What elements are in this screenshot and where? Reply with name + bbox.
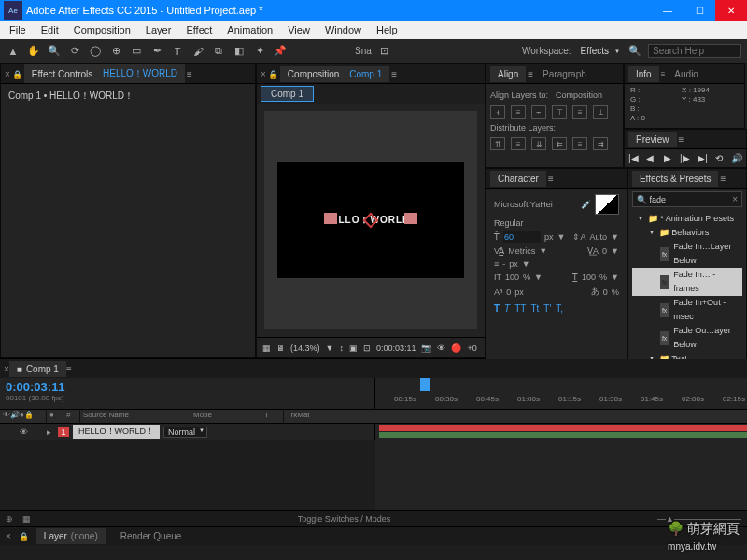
shape-tool-icon[interactable]: ▭	[129, 44, 144, 59]
maximize-button[interactable]: ☐	[684, 0, 715, 21]
roto-tool-icon[interactable]: ✦	[252, 44, 267, 59]
vscale-value[interactable]: 100	[505, 273, 519, 282]
smallcaps-icon[interactable]: Tt	[530, 303, 539, 314]
lock-icon[interactable]	[19, 531, 29, 541]
frame-blend-icon[interactable]: ▦	[22, 514, 31, 524]
menu-edit[interactable]: Edit	[35, 22, 64, 37]
show-snapshot-icon[interactable]: 👁	[437, 343, 445, 353]
panel-menu-icon[interactable]	[720, 174, 726, 184]
panel-menu-icon[interactable]	[66, 364, 72, 374]
lock-icon[interactable]	[268, 69, 278, 79]
zoom-tool-icon[interactable]: 🔍	[47, 44, 62, 59]
tracking-value[interactable]: 0	[602, 246, 607, 256]
stroke-value[interactable]: -	[502, 259, 505, 269]
align-top-icon[interactable]: ⊤	[552, 105, 567, 119]
mute-icon[interactable]: 🔊	[731, 153, 742, 163]
tree-item[interactable]: Fade In+Out - msec	[632, 296, 742, 324]
font-size-input[interactable]	[503, 231, 541, 243]
bold-icon[interactable]: T	[494, 303, 500, 314]
monitor-icon[interactable]: 🖥	[276, 343, 285, 353]
snapshot-icon[interactable]: 📷	[421, 343, 431, 353]
channel-icon[interactable]: ⊡	[363, 343, 371, 353]
composition-viewer[interactable]: ELLO！WORLD	[264, 111, 477, 329]
mask-icon[interactable]: ▣	[349, 343, 358, 353]
layer-bar[interactable]	[379, 425, 747, 431]
effects-search-input[interactable]: 🔍 fade×	[632, 191, 742, 207]
hand-tool-icon[interactable]: ✋	[26, 44, 41, 59]
baseline-value[interactable]: 0	[506, 287, 511, 297]
panel-menu-icon[interactable]	[391, 69, 397, 79]
tree-item[interactable]: Fade Ou…ayer Below	[632, 324, 742, 352]
color-swatch[interactable]	[595, 194, 619, 215]
workspace-selector[interactable]: Effects	[577, 45, 622, 57]
align-target-dropdown[interactable]: Composition	[552, 90, 615, 101]
toggle-switches[interactable]: Toggle Switches / Modes	[298, 514, 391, 524]
tab-render-queue[interactable]: Render Queue	[113, 528, 190, 544]
time-display[interactable]: 0:00:03:11	[376, 343, 416, 353]
prev-frame-icon[interactable]: ◀|	[646, 153, 656, 163]
tsumi-value[interactable]: 0	[603, 287, 608, 297]
align-hcenter-icon[interactable]: ≡	[511, 105, 526, 119]
blend-mode-dropdown[interactable]: Normal	[163, 427, 207, 438]
grid-icon[interactable]: ▦	[262, 343, 271, 353]
pen-tool-icon[interactable]: ✒	[149, 44, 164, 59]
panel-close-icon[interactable]: ×	[261, 69, 266, 79]
dist-left-icon[interactable]: ⇇	[552, 137, 567, 150]
selection-tool-icon[interactable]: ▲	[6, 44, 21, 59]
clone-tool-icon[interactable]: ⧉	[211, 44, 226, 59]
panel-menu-icon[interactable]	[661, 70, 666, 78]
tab-paragraph[interactable]: Paragraph	[535, 66, 594, 82]
last-frame-icon[interactable]: ▶|	[698, 153, 708, 163]
dist-top-icon[interactable]: ⇈	[490, 137, 505, 150]
tree-item[interactable]: 📁 * Animation Presets	[632, 212, 742, 226]
panel-menu-icon[interactable]	[187, 69, 192, 79]
subscript-icon[interactable]: T,	[556, 303, 563, 314]
play-icon[interactable]: ▶	[664, 153, 671, 163]
tab-align[interactable]: Align	[490, 66, 526, 82]
align-bottom-icon[interactable]: ⊥	[593, 105, 608, 119]
tab-info[interactable]: Info	[628, 66, 659, 82]
italic-icon[interactable]: T	[504, 303, 510, 314]
tab-effects-presets[interactable]: Effects & Presets	[632, 171, 719, 187]
camera-tool-icon[interactable]: ◯	[88, 44, 103, 59]
close-button[interactable]: ✕	[715, 0, 747, 21]
rotate-tool-icon[interactable]: ⟳	[67, 44, 82, 59]
panel-close-icon[interactable]: ×	[6, 531, 11, 541]
align-left-icon[interactable]: ⫞	[490, 105, 505, 119]
menu-composition[interactable]: Composition	[68, 22, 136, 37]
next-frame-icon[interactable]: |▶	[680, 153, 690, 163]
dist-vcenter-icon[interactable]: ≡	[511, 137, 526, 150]
tab-layer[interactable]: Layer (none)	[36, 528, 106, 544]
font-family-dropdown[interactable]: Microsoft YaHei	[494, 200, 577, 209]
tree-item[interactable]: Fade In…Layer Below	[632, 240, 742, 268]
puppet-tool-icon[interactable]: 📌	[273, 44, 288, 59]
tab-audio[interactable]: Audio	[667, 66, 706, 82]
help-search-input[interactable]	[648, 44, 741, 58]
tab-preview[interactable]: Preview	[628, 132, 677, 147]
lock-icon[interactable]	[12, 69, 22, 79]
menu-file[interactable]: File	[4, 22, 32, 37]
align-vcenter-icon[interactable]: ≡	[572, 105, 587, 119]
hscale-value[interactable]: 100	[582, 273, 596, 282]
time-ruler[interactable]: 00:15s00:30s00:45s01:00s01:15s01:30s01:4…	[375, 378, 747, 409]
eyedropper-icon[interactable]: 💉	[581, 200, 591, 209]
menu-animation[interactable]: Animation	[221, 22, 278, 37]
search-icon[interactable]: 🔍	[627, 44, 642, 59]
snap-icon[interactable]: ⊡	[377, 44, 392, 59]
text-tool-icon[interactable]: T	[170, 44, 185, 59]
pan-behind-tool-icon[interactable]: ⊕	[108, 44, 123, 59]
tab-effect-controls[interactable]: Effect Controls HELLO！WORLD	[24, 64, 185, 83]
minimize-button[interactable]: —	[652, 0, 684, 21]
first-frame-icon[interactable]: |◀	[628, 153, 639, 163]
shy-icon[interactable]: ⊕	[6, 514, 13, 524]
loop-icon[interactable]: ⟲	[715, 153, 723, 163]
playhead-icon[interactable]	[420, 378, 430, 391]
menu-layer[interactable]: Layer	[140, 22, 177, 37]
leading-value[interactable]: Auto	[589, 232, 607, 242]
comp-subtab[interactable]: Comp 1	[261, 86, 314, 102]
zoom-dropdown[interactable]: (14.3%)	[290, 343, 320, 353]
menu-effect[interactable]: Effect	[180, 22, 218, 37]
panel-menu-icon[interactable]	[679, 134, 684, 145]
dist-right-icon[interactable]: ⇉	[593, 137, 608, 150]
brush-tool-icon[interactable]: 🖌	[190, 44, 205, 59]
